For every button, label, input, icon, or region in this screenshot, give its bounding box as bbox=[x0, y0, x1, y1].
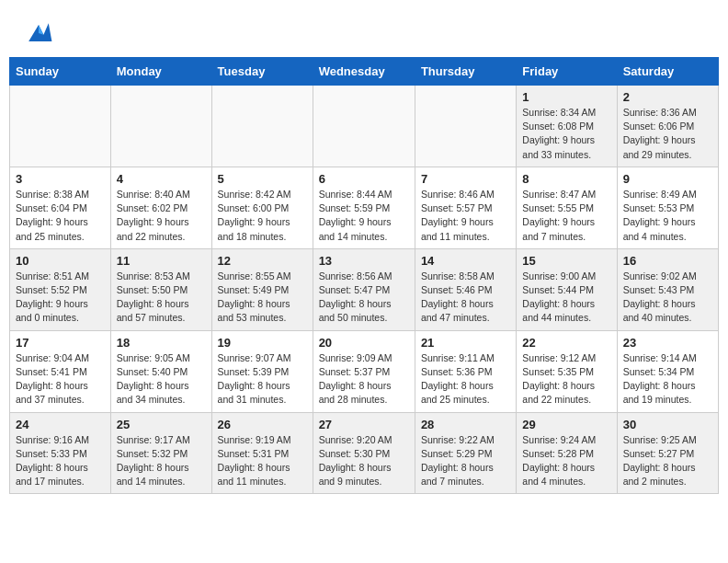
day-info: Sunrise: 8:44 AMSunset: 5:59 PMDaylight:… bbox=[319, 188, 409, 244]
day-number: 11 bbox=[117, 254, 206, 268]
day-number: 3 bbox=[16, 172, 105, 186]
day-number: 7 bbox=[421, 172, 510, 186]
weekday-header-saturday: Saturday bbox=[617, 58, 718, 86]
day-info: Sunrise: 9:12 AMSunset: 5:35 PMDaylight:… bbox=[522, 351, 610, 408]
day-number: 6 bbox=[319, 172, 409, 186]
day-number: 13 bbox=[319, 254, 409, 268]
calendar-cell: 3Sunrise: 8:38 AMSunset: 6:04 PMDaylight… bbox=[10, 167, 111, 248]
calendar-cell: 2Sunrise: 8:36 AMSunset: 6:06 PMDaylight… bbox=[617, 86, 718, 167]
calendar-cell: 15Sunrise: 9:00 AMSunset: 5:44 PMDayligh… bbox=[517, 248, 617, 330]
day-info: Sunrise: 9:16 AMSunset: 5:33 PMDaylight:… bbox=[16, 433, 105, 489]
week-row-1: 1Sunrise: 8:34 AMSunset: 6:08 PMDaylight… bbox=[10, 86, 719, 167]
weekday-header-friday: Friday bbox=[517, 58, 617, 86]
calendar-cell: 24Sunrise: 9:16 AMSunset: 5:33 PMDayligh… bbox=[10, 412, 111, 494]
day-info: Sunrise: 9:04 AMSunset: 5:41 PMDaylight:… bbox=[16, 351, 105, 408]
day-info: Sunrise: 8:56 AMSunset: 5:47 PMDaylight:… bbox=[319, 270, 409, 326]
day-info: Sunrise: 9:20 AMSunset: 5:30 PMDaylight:… bbox=[319, 433, 409, 489]
weekday-header-wednesday: Wednesday bbox=[313, 58, 415, 86]
day-number: 9 bbox=[623, 172, 712, 186]
calendar-cell: 9Sunrise: 8:49 AMSunset: 5:53 PMDaylight… bbox=[617, 167, 718, 248]
day-info: Sunrise: 8:34 AMSunset: 6:08 PMDaylight:… bbox=[522, 106, 610, 162]
calendar-cell: 19Sunrise: 9:07 AMSunset: 5:39 PMDayligh… bbox=[211, 330, 313, 412]
calendar-cell: 17Sunrise: 9:04 AMSunset: 5:41 PMDayligh… bbox=[10, 330, 111, 412]
calendar-cell: 4Sunrise: 8:40 AMSunset: 6:02 PMDaylight… bbox=[110, 167, 211, 248]
calendar-cell bbox=[10, 86, 111, 167]
day-number: 23 bbox=[623, 336, 712, 350]
calendar-cell: 26Sunrise: 9:19 AMSunset: 5:31 PMDayligh… bbox=[211, 412, 313, 494]
logo bbox=[22, 17, 59, 50]
calendar-cell: 11Sunrise: 8:53 AMSunset: 5:50 PMDayligh… bbox=[110, 248, 211, 330]
day-number: 29 bbox=[522, 418, 610, 431]
day-number: 17 bbox=[16, 336, 105, 350]
calendar-cell: 28Sunrise: 9:22 AMSunset: 5:29 PMDayligh… bbox=[415, 412, 516, 494]
calendar-body: 1Sunrise: 8:34 AMSunset: 6:08 PMDaylight… bbox=[10, 86, 719, 494]
logo-icon bbox=[22, 17, 55, 50]
day-number: 27 bbox=[319, 418, 409, 431]
weekday-header-monday: Monday bbox=[110, 58, 211, 86]
day-info: Sunrise: 9:00 AMSunset: 5:44 PMDaylight:… bbox=[522, 270, 610, 326]
calendar-cell bbox=[211, 86, 313, 167]
day-number: 15 bbox=[522, 254, 610, 268]
calendar-cell: 22Sunrise: 9:12 AMSunset: 5:35 PMDayligh… bbox=[517, 330, 617, 412]
calendar-cell bbox=[110, 86, 211, 167]
day-number: 10 bbox=[16, 254, 105, 268]
day-info: Sunrise: 9:11 AMSunset: 5:36 PMDaylight:… bbox=[421, 351, 510, 408]
day-info: Sunrise: 9:05 AMSunset: 5:40 PMDaylight:… bbox=[117, 351, 206, 408]
week-row-3: 10Sunrise: 8:51 AMSunset: 5:52 PMDayligh… bbox=[10, 248, 719, 330]
day-number: 2 bbox=[623, 90, 712, 104]
calendar-cell: 29Sunrise: 9:24 AMSunset: 5:28 PMDayligh… bbox=[517, 412, 617, 494]
week-row-5: 24Sunrise: 9:16 AMSunset: 5:33 PMDayligh… bbox=[10, 412, 719, 494]
day-number: 14 bbox=[421, 254, 510, 268]
calendar-cell: 21Sunrise: 9:11 AMSunset: 5:36 PMDayligh… bbox=[415, 330, 516, 412]
day-info: Sunrise: 8:55 AMSunset: 5:49 PMDaylight:… bbox=[218, 270, 307, 326]
calendar-cell: 6Sunrise: 8:44 AMSunset: 5:59 PMDaylight… bbox=[313, 167, 415, 248]
calendar-cell: 18Sunrise: 9:05 AMSunset: 5:40 PMDayligh… bbox=[110, 330, 211, 412]
day-info: Sunrise: 8:47 AMSunset: 5:55 PMDaylight:… bbox=[522, 188, 610, 244]
day-info: Sunrise: 8:51 AMSunset: 5:52 PMDaylight:… bbox=[16, 270, 105, 326]
weekday-header-tuesday: Tuesday bbox=[211, 58, 313, 86]
calendar-cell: 7Sunrise: 8:46 AMSunset: 5:57 PMDaylight… bbox=[415, 167, 516, 248]
calendar-cell: 30Sunrise: 9:25 AMSunset: 5:27 PMDayligh… bbox=[617, 412, 718, 494]
day-number: 28 bbox=[421, 418, 510, 431]
day-info: Sunrise: 8:40 AMSunset: 6:02 PMDaylight:… bbox=[117, 188, 206, 244]
calendar-wrapper: SundayMondayTuesdayWednesdayThursdayFrid… bbox=[0, 57, 728, 503]
calendar-cell: 13Sunrise: 8:56 AMSunset: 5:47 PMDayligh… bbox=[313, 248, 415, 330]
day-info: Sunrise: 9:17 AMSunset: 5:32 PMDaylight:… bbox=[117, 433, 206, 489]
day-number: 1 bbox=[522, 90, 610, 104]
day-info: Sunrise: 9:24 AMSunset: 5:28 PMDaylight:… bbox=[522, 433, 610, 489]
day-number: 30 bbox=[623, 418, 712, 431]
day-number: 4 bbox=[117, 172, 206, 186]
calendar-cell: 25Sunrise: 9:17 AMSunset: 5:32 PMDayligh… bbox=[110, 412, 211, 494]
day-info: Sunrise: 8:49 AMSunset: 5:53 PMDaylight:… bbox=[623, 188, 712, 244]
calendar-cell: 10Sunrise: 8:51 AMSunset: 5:52 PMDayligh… bbox=[10, 248, 111, 330]
day-info: Sunrise: 9:07 AMSunset: 5:39 PMDaylight:… bbox=[218, 351, 307, 408]
calendar-cell: 27Sunrise: 9:20 AMSunset: 5:30 PMDayligh… bbox=[313, 412, 415, 494]
calendar-cell: 12Sunrise: 8:55 AMSunset: 5:49 PMDayligh… bbox=[211, 248, 313, 330]
day-info: Sunrise: 8:38 AMSunset: 6:04 PMDaylight:… bbox=[16, 188, 105, 244]
day-number: 5 bbox=[218, 172, 307, 186]
day-number: 8 bbox=[522, 172, 610, 186]
calendar-cell: 23Sunrise: 9:14 AMSunset: 5:34 PMDayligh… bbox=[617, 330, 718, 412]
day-info: Sunrise: 8:46 AMSunset: 5:57 PMDaylight:… bbox=[421, 188, 510, 244]
calendar-cell: 1Sunrise: 8:34 AMSunset: 6:08 PMDaylight… bbox=[517, 86, 617, 167]
calendar-cell: 20Sunrise: 9:09 AMSunset: 5:37 PMDayligh… bbox=[313, 330, 415, 412]
day-info: Sunrise: 9:25 AMSunset: 5:27 PMDaylight:… bbox=[623, 433, 712, 489]
day-number: 21 bbox=[421, 336, 510, 350]
page-header bbox=[0, 0, 728, 57]
week-row-2: 3Sunrise: 8:38 AMSunset: 6:04 PMDaylight… bbox=[10, 167, 719, 248]
calendar-cell: 14Sunrise: 8:58 AMSunset: 5:46 PMDayligh… bbox=[415, 248, 516, 330]
day-number: 12 bbox=[218, 254, 307, 268]
day-number: 20 bbox=[319, 336, 409, 350]
weekday-header-row: SundayMondayTuesdayWednesdayThursdayFrid… bbox=[10, 58, 719, 86]
calendar-cell: 5Sunrise: 8:42 AMSunset: 6:00 PMDaylight… bbox=[211, 167, 313, 248]
calendar-table: SundayMondayTuesdayWednesdayThursdayFrid… bbox=[9, 57, 719, 494]
day-number: 19 bbox=[218, 336, 307, 350]
day-info: Sunrise: 9:14 AMSunset: 5:34 PMDaylight:… bbox=[623, 351, 712, 408]
day-number: 18 bbox=[117, 336, 206, 350]
week-row-4: 17Sunrise: 9:04 AMSunset: 5:41 PMDayligh… bbox=[10, 330, 719, 412]
day-info: Sunrise: 8:42 AMSunset: 6:00 PMDaylight:… bbox=[218, 188, 307, 244]
day-info: Sunrise: 8:53 AMSunset: 5:50 PMDaylight:… bbox=[117, 270, 206, 326]
day-info: Sunrise: 9:02 AMSunset: 5:43 PMDaylight:… bbox=[623, 270, 712, 326]
day-number: 22 bbox=[522, 336, 610, 350]
weekday-header-thursday: Thursday bbox=[415, 58, 516, 86]
